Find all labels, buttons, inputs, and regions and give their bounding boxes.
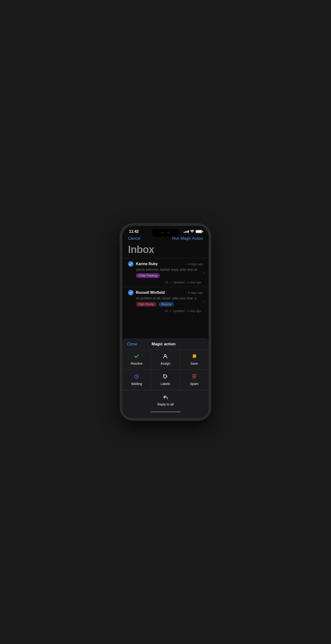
svg-point-3: [164, 376, 165, 376]
power-button: [211, 256, 211, 270]
assign-icon: [163, 354, 168, 360]
labels-icon: [163, 374, 168, 380]
dynamic-island: [152, 229, 180, 237]
action-assign[interactable]: Assign: [151, 350, 180, 370]
di-dot-right: [167, 232, 170, 234]
action-save[interactable]: Save: [180, 350, 208, 370]
conv-count-1: 12: [165, 280, 168, 284]
conversation-item-2[interactable]: Russell Winfield ~ 8 days ago no problem…: [122, 287, 208, 316]
conv-tags-1: Order Tracking: [128, 273, 203, 278]
volume-down-button: [120, 264, 120, 272]
conv-header-1: Karine Ruby ~ 8 days ago: [128, 261, 203, 267]
sheet-title: Magic action: [152, 342, 176, 346]
check-icon-2: [128, 290, 134, 296]
comment-icon-1: ○: [170, 280, 171, 284]
conv-time-2: ~ 8 days ago: [186, 291, 203, 294]
cancel-button[interactable]: Cancel: [128, 236, 140, 241]
svg-point-1: [164, 354, 166, 356]
status-bar: 11:42: [122, 226, 208, 235]
comment-icon-2: ○: [170, 309, 171, 313]
di-dot-left: [161, 232, 164, 234]
bottom-sheet: Close Magic action Resolve: [122, 338, 208, 418]
action-reply-all[interactable]: Reply to all: [122, 390, 208, 410]
phone-screen: 11:42: [122, 226, 208, 418]
save-label: Save: [190, 362, 198, 365]
volume-up-button: [120, 254, 120, 262]
conv-count-2: 12: [165, 309, 168, 313]
spam-icon: [192, 374, 197, 380]
sheet-header: Close Magic action: [122, 338, 208, 350]
chevron-right-icon-1: ›: [204, 270, 205, 275]
spam-label: Spam: [190, 382, 198, 386]
conv-name-1: Karine Ruby: [136, 262, 183, 266]
home-indicator: [150, 411, 181, 412]
action-spam[interactable]: Spam: [180, 370, 208, 390]
conv-tags-2: High Priority Returns: [128, 302, 203, 306]
check-icon-1: [128, 261, 134, 267]
waiting-label: Waiting: [131, 382, 142, 386]
run-magic-action-button[interactable]: Run Magic Action: [172, 236, 203, 241]
assign-label: Assign: [160, 362, 170, 365]
tag-order-tracking: Order Tracking: [136, 273, 160, 278]
action-resolve[interactable]: Resolve: [122, 350, 151, 370]
sheet-close-button[interactable]: Close: [127, 342, 137, 346]
conversation-item-1[interactable]: Karine Ruby ~ 8 days ago you're welcome,…: [122, 258, 208, 287]
reply-all-label: Reply to all: [157, 402, 174, 406]
battery-icon: [196, 230, 202, 233]
conv-time-1: ~ 8 days ago: [186, 262, 203, 266]
waiting-icon: [134, 374, 139, 380]
conv-preview-2: no problem at all, russel. take your tim…: [128, 296, 203, 300]
status-icons: [184, 230, 202, 234]
action-waiting[interactable]: Waiting: [122, 370, 151, 390]
resolve-label: Resolve: [131, 362, 143, 365]
status-time: 11:42: [129, 229, 139, 234]
action-labels[interactable]: Labels: [151, 370, 180, 390]
conv-updated-1: Updated ~ a day ago: [173, 280, 201, 284]
conv-updated-2: Updated ~ a day ago: [173, 309, 201, 313]
resolve-icon: [134, 354, 139, 360]
conv-preview-1: you're welcome, karine! enjoy your new s…: [128, 268, 203, 272]
conv-header-2: Russell Winfield ~ 8 days ago: [128, 290, 203, 296]
silent-button: [120, 244, 120, 250]
save-icon: [192, 354, 197, 360]
phone-frame: 11:42: [120, 224, 211, 420]
conv-footer-2: 12 ○ Updated ~ a day ago: [128, 309, 203, 313]
labels-label: Labels: [160, 382, 170, 386]
conv-footer-1: 12 ○ Updated ~ a day ago: [128, 280, 203, 284]
conv-name-2: Russell Winfield: [136, 290, 183, 295]
svg-point-0: [192, 232, 192, 233]
actions-grid: Resolve Assign: [122, 350, 208, 390]
reply-all-icon: [163, 394, 168, 400]
page-title: Inbox: [122, 243, 208, 258]
wifi-icon: [190, 230, 194, 234]
tag-high-priority: High Priority: [136, 302, 157, 306]
battery-fill: [196, 230, 202, 233]
chevron-right-icon-2: ›: [204, 299, 205, 304]
signal-icon: [184, 230, 189, 233]
tag-returns: Returns: [158, 302, 174, 306]
